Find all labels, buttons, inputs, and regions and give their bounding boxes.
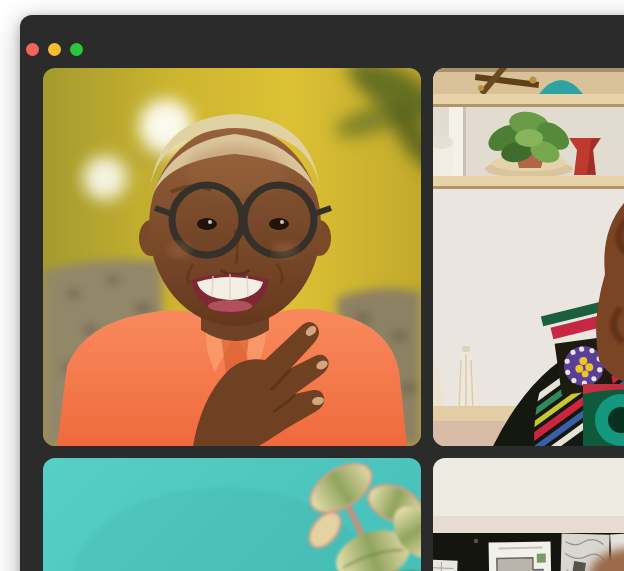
pinned-paper-floorplan <box>489 541 552 571</box>
video-tile-participant-orange-shirt[interactable] <box>43 68 421 446</box>
video-tile-moodboard[interactable] <box>433 458 624 571</box>
video-call-window <box>20 15 624 571</box>
window-titlebar[interactable] <box>26 43 83 56</box>
pinned-paper-grid <box>433 559 458 571</box>
video-tile-participant-auburn-hair[interactable] <box>433 68 624 446</box>
video-tile-teal-room[interactable] <box>43 458 421 571</box>
zoom-button[interactable] <box>70 43 83 56</box>
teal-room-video <box>43 458 421 571</box>
moodboard-video <box>433 458 624 571</box>
minimize-button[interactable] <box>48 43 61 56</box>
white-box <box>433 135 454 177</box>
granny-square-teal <box>583 384 624 446</box>
bookshelf <box>433 68 624 189</box>
push-pin <box>474 539 478 543</box>
participant-orange-shirt-video <box>43 68 421 446</box>
close-button[interactable] <box>26 43 39 56</box>
participant-auburn-hair-video <box>433 68 624 446</box>
video-grid <box>43 68 624 571</box>
screenshot-canvas <box>0 0 624 571</box>
